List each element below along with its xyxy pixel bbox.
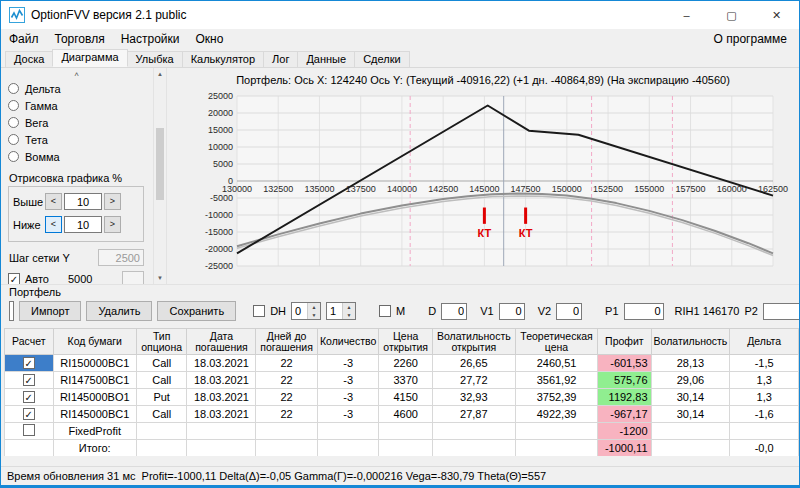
above-increase-button[interactable]: > (104, 193, 121, 210)
close-icon[interactable]: ✕ (754, 1, 799, 29)
portfolio-chart[interactable]: -25000-20000-15000-10000-500005000100001… (167, 88, 799, 284)
vol-cell[interactable]: 29,06 (651, 372, 730, 389)
aux-input[interactable] (122, 271, 144, 284)
greek-radio-4[interactable]: Вомма (8, 148, 153, 165)
calc-cell[interactable] (5, 440, 54, 457)
calc-cell[interactable] (5, 423, 54, 440)
tab-6[interactable]: Сделки (354, 51, 410, 67)
theo-price-cell[interactable]: 2460,51 (515, 355, 597, 372)
code-cell[interactable]: RI147500BC1 (53, 372, 136, 389)
d-input[interactable] (441, 303, 467, 320)
dh-spinner-1[interactable]: ▲ ▼ (291, 302, 321, 320)
theo-price-cell[interactable]: 3752,39 (515, 389, 597, 406)
date-cell[interactable]: 18.03.2021 (187, 406, 256, 423)
code-cell[interactable]: RI145000BC1 (53, 406, 136, 423)
maximize-icon[interactable]: ▢ (709, 1, 754, 29)
delta-cell[interactable]: 1,3 (730, 372, 799, 389)
row-checkbox[interactable]: ✓ (23, 357, 35, 369)
profit-cell[interactable]: -601,53 (598, 355, 651, 372)
vol-cell[interactable] (651, 423, 730, 440)
type-cell[interactable]: Call (136, 355, 187, 372)
calc-cell[interactable]: ✓ (5, 406, 54, 423)
minimize-icon[interactable]: – (664, 1, 709, 29)
below-value-input[interactable] (64, 216, 102, 233)
days-cell[interactable]: 22 (256, 389, 317, 406)
type-cell[interactable]: Call (136, 372, 187, 389)
profit-cell[interactable]: -967,17 (598, 406, 651, 423)
below-increase-button[interactable]: > (104, 216, 121, 233)
open-vol-cell[interactable] (432, 423, 515, 440)
spinner-down-icon[interactable]: ▼ (342, 311, 355, 319)
qty-cell[interactable]: -3 (317, 406, 379, 423)
calc-cell[interactable]: ✓ (5, 372, 54, 389)
delta-cell[interactable]: -0,0 (730, 440, 799, 457)
date-cell[interactable] (187, 440, 256, 457)
delta-cell[interactable]: -1,6 (730, 406, 799, 423)
greek-radio-0[interactable]: Дельта (8, 80, 153, 97)
col-header-0[interactable]: Расчет (5, 329, 54, 355)
date-cell[interactable] (187, 423, 256, 440)
col-header-2[interactable]: Тип опциона (136, 329, 187, 355)
p2-input[interactable] (763, 303, 800, 320)
menu-item-2[interactable]: Настройки (113, 31, 188, 47)
col-header-3[interactable]: Дата погашения (187, 329, 256, 355)
code-cell[interactable]: RI145000BO1 (53, 389, 136, 406)
import-button[interactable]: Импорт (19, 301, 81, 321)
days-cell[interactable]: 22 (256, 406, 317, 423)
profit-cell[interactable]: -1000,11 (598, 440, 651, 457)
greek-radio-2[interactable]: Вега (8, 114, 153, 131)
below-decrease-button[interactable]: < (45, 216, 62, 233)
col-header-11[interactable]: Дельта (730, 329, 799, 355)
days-cell[interactable] (256, 423, 317, 440)
above-decrease-button[interactable]: < (45, 193, 62, 210)
spinner-up-icon[interactable]: ▲ (342, 303, 355, 311)
p1-input[interactable] (624, 303, 664, 320)
v2-input[interactable] (556, 303, 582, 320)
code-cell[interactable]: FixedProfit (53, 423, 136, 440)
scrollbar-up-icon[interactable]: ▲ (154, 68, 166, 80)
row-checkbox[interactable]: ✓ (23, 408, 35, 420)
open-vol-cell[interactable]: 27,72 (432, 372, 515, 389)
v1-input[interactable] (499, 303, 525, 320)
qty-cell[interactable]: -3 (317, 389, 379, 406)
tab-0[interactable]: Доска (5, 51, 53, 67)
open-price-cell[interactable] (379, 423, 432, 440)
tab-5[interactable]: Данные (297, 51, 355, 67)
type-cell[interactable] (136, 440, 187, 457)
row-checkbox[interactable] (23, 424, 35, 436)
menu-item-0[interactable]: Файл (1, 31, 47, 47)
row-checkbox[interactable]: ✓ (23, 374, 35, 386)
vol-cell[interactable]: 30,14 (651, 389, 730, 406)
row-checkbox[interactable]: ✓ (23, 391, 35, 403)
left-panel-scrollbar[interactable]: ▲ ▼ (153, 68, 167, 284)
type-cell[interactable]: Call (136, 406, 187, 423)
col-header-4[interactable]: Дней до погашения (256, 329, 317, 355)
open-price-cell[interactable]: 2260 (379, 355, 432, 372)
tab-1[interactable]: Диаграмма (52, 49, 127, 67)
tab-2[interactable]: Улыбка (127, 51, 183, 67)
grid-step-input[interactable] (98, 249, 144, 266)
open-vol-cell[interactable]: 32,93 (432, 389, 515, 406)
dh-checkbox[interactable] (253, 305, 265, 317)
profit-cell[interactable]: -1200 (598, 423, 651, 440)
delta-cell[interactable]: 1,3 (730, 389, 799, 406)
days-cell[interactable]: 22 (256, 355, 317, 372)
open-price-cell[interactable]: 4150 (379, 389, 432, 406)
col-header-6[interactable]: Цена открытия (379, 329, 432, 355)
scrollbar-down-icon[interactable]: ▼ (154, 272, 166, 284)
qty-cell[interactable] (317, 423, 379, 440)
vol-cell[interactable]: 28,13 (651, 355, 730, 372)
delete-button[interactable]: Удалить (86, 301, 152, 321)
col-header-5[interactable]: Количество (317, 329, 379, 355)
direction-combobox[interactable]: ННаправле ▾ (9, 301, 14, 321)
type-cell[interactable]: Put (136, 389, 187, 406)
scrollbar-thumb[interactable] (156, 128, 164, 200)
dh-spinner-2-value[interactable] (327, 303, 342, 319)
above-value-input[interactable] (64, 193, 102, 210)
open-vol-cell[interactable] (432, 440, 515, 457)
col-header-1[interactable]: Код бумаги (53, 329, 136, 355)
col-header-7[interactable]: Волатильность открытия (432, 329, 515, 355)
theo-price-cell[interactable]: 3561,92 (515, 372, 597, 389)
delta-cell[interactable]: -1,5 (730, 355, 799, 372)
type-cell[interactable] (136, 423, 187, 440)
